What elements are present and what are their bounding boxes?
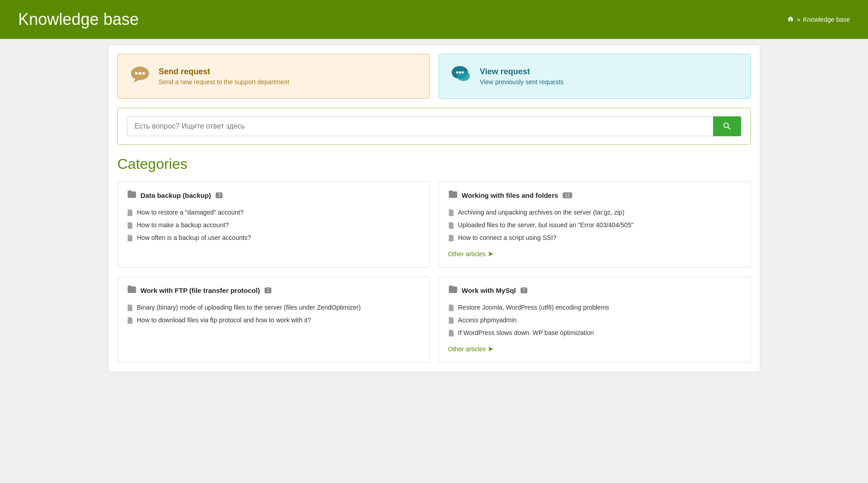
article-list: Restore Joomla, WordPress (utf8) encodin… bbox=[448, 302, 741, 340]
article-link[interactable]: Archiving and unpacking archives on the … bbox=[458, 209, 624, 216]
article-link[interactable]: Uploaded files to the server, but issued… bbox=[458, 221, 633, 229]
article-link[interactable]: How to download files via ftp protocol a… bbox=[137, 316, 311, 324]
document-icon bbox=[448, 209, 454, 218]
folder-icon bbox=[448, 190, 458, 201]
document-icon bbox=[127, 304, 133, 313]
view-request-content: View request View previously sent reques… bbox=[480, 67, 564, 86]
breadcrumb-separator: » bbox=[797, 16, 800, 23]
category-card-header: Data backup (backup)3 bbox=[127, 190, 420, 201]
send-request-content: Send request Send a new request to the s… bbox=[159, 67, 289, 86]
document-icon bbox=[127, 317, 133, 325]
other-articles-arrow-icon: ➤ bbox=[487, 344, 493, 353]
svg-point-2 bbox=[139, 72, 141, 75]
category-badge: 12 bbox=[563, 192, 572, 198]
other-articles-link[interactable]: Other articles ➤ bbox=[448, 344, 493, 353]
document-icon bbox=[448, 330, 454, 338]
view-request-desc: View previously sent requests bbox=[480, 78, 564, 86]
categories-heading: Categories bbox=[117, 156, 751, 172]
article-list: Archiving and unpacking archives on the … bbox=[448, 207, 741, 245]
document-icon bbox=[127, 234, 133, 243]
other-articles-arrow-icon: ➤ bbox=[487, 249, 493, 258]
list-item: Restore Joomla, WordPress (utf8) encodin… bbox=[448, 302, 741, 315]
svg-point-8 bbox=[459, 72, 461, 74]
send-request-title: Send request bbox=[159, 67, 289, 77]
view-request-box[interactable]: View request View previously sent reques… bbox=[439, 54, 751, 99]
list-item: Binary (binary) mode of uploading files … bbox=[127, 302, 420, 315]
action-boxes: Send request Send a new request to the s… bbox=[117, 54, 751, 99]
article-link[interactable]: Binary (binary) mode of uploading files … bbox=[137, 304, 361, 311]
home-icon[interactable] bbox=[787, 15, 794, 24]
send-request-icon bbox=[129, 63, 151, 89]
page-header: Knowledge base » Knowledge base bbox=[0, 0, 868, 39]
category-card-header: Working with files and folders12 bbox=[448, 190, 741, 201]
article-link[interactable]: How to make a backup account? bbox=[137, 221, 229, 229]
view-request-icon bbox=[450, 63, 473, 89]
article-link[interactable]: If WordPress slows down. WP base optimiz… bbox=[458, 329, 594, 336]
other-articles-link[interactable]: Other articles ➤ bbox=[448, 249, 493, 258]
category-card-cat4: Work with MySql7Restore Joomla, WordPres… bbox=[439, 277, 751, 363]
svg-point-7 bbox=[456, 72, 458, 74]
svg-point-9 bbox=[462, 72, 464, 74]
svg-point-1 bbox=[135, 72, 138, 75]
list-item: How to connect a script using SSI? bbox=[448, 232, 741, 245]
svg-point-3 bbox=[142, 72, 145, 75]
list-item: How to make a backup account? bbox=[127, 220, 420, 232]
category-title: Work with MySql bbox=[462, 287, 516, 294]
document-icon bbox=[448, 304, 454, 313]
article-link[interactable]: Access phpmyadmin bbox=[458, 316, 516, 324]
folder-icon bbox=[127, 190, 137, 201]
document-icon bbox=[127, 222, 133, 230]
breadcrumb: » Knowledge base bbox=[787, 15, 850, 24]
list-item: Uploaded files to the server, but issued… bbox=[448, 220, 741, 232]
category-title: Data backup (backup) bbox=[140, 191, 211, 199]
search-input[interactable] bbox=[127, 116, 713, 136]
article-link[interactable]: How to connect a script using SSI? bbox=[458, 234, 556, 241]
search-inner bbox=[127, 116, 741, 136]
article-link[interactable]: How to restore a "damaged" account? bbox=[137, 209, 244, 216]
folder-icon bbox=[448, 285, 458, 296]
category-card-cat3: Work with FTP (file transfer protocol)2B… bbox=[117, 277, 429, 363]
main-container: Send request Send a new request to the s… bbox=[108, 44, 760, 372]
document-icon bbox=[448, 234, 454, 243]
article-list: Binary (binary) mode of uploading files … bbox=[127, 302, 420, 327]
article-link[interactable]: Restore Joomla, WordPress (utf8) encodin… bbox=[458, 304, 609, 311]
category-badge: 3 bbox=[216, 192, 223, 198]
send-request-box[interactable]: Send request Send a new request to the s… bbox=[117, 54, 429, 99]
list-item: How often is a backup of user accounts? bbox=[127, 232, 420, 245]
document-icon bbox=[127, 209, 133, 218]
article-list: How to restore a "damaged" account?How t… bbox=[127, 207, 420, 245]
category-grid: Data backup (backup)3How to restore a "d… bbox=[117, 182, 751, 363]
category-title: Work with FTP (file transfer protocol) bbox=[140, 287, 260, 294]
category-card-cat2: Working with files and folders12Archivin… bbox=[439, 182, 751, 268]
category-card-cat1: Data backup (backup)3How to restore a "d… bbox=[117, 182, 429, 268]
folder-icon bbox=[127, 285, 137, 296]
category-badge: 7 bbox=[521, 287, 528, 293]
document-icon bbox=[448, 222, 454, 230]
category-card-header: Work with MySql7 bbox=[448, 285, 741, 296]
search-icon bbox=[722, 121, 732, 131]
view-request-title: View request bbox=[480, 67, 564, 77]
breadcrumb-current: Knowledge base bbox=[803, 16, 850, 23]
category-badge: 2 bbox=[265, 287, 272, 293]
document-icon bbox=[448, 317, 454, 325]
send-request-desc: Send a new request to the support depart… bbox=[159, 78, 289, 86]
category-card-header: Work with FTP (file transfer protocol)2 bbox=[127, 285, 420, 296]
list-item: If WordPress slows down. WP base optimiz… bbox=[448, 327, 741, 340]
category-title: Working with files and folders bbox=[462, 191, 558, 199]
list-item: How to download files via ftp protocol a… bbox=[127, 315, 420, 327]
list-item: Archiving and unpacking archives on the … bbox=[448, 207, 741, 220]
search-button[interactable] bbox=[713, 116, 741, 136]
list-item: How to restore a "damaged" account? bbox=[127, 207, 420, 220]
article-link[interactable]: How often is a backup of user accounts? bbox=[137, 234, 251, 241]
page-title: Knowledge base bbox=[18, 10, 139, 29]
list-item: Access phpmyadmin bbox=[448, 315, 741, 327]
search-container bbox=[117, 108, 751, 145]
